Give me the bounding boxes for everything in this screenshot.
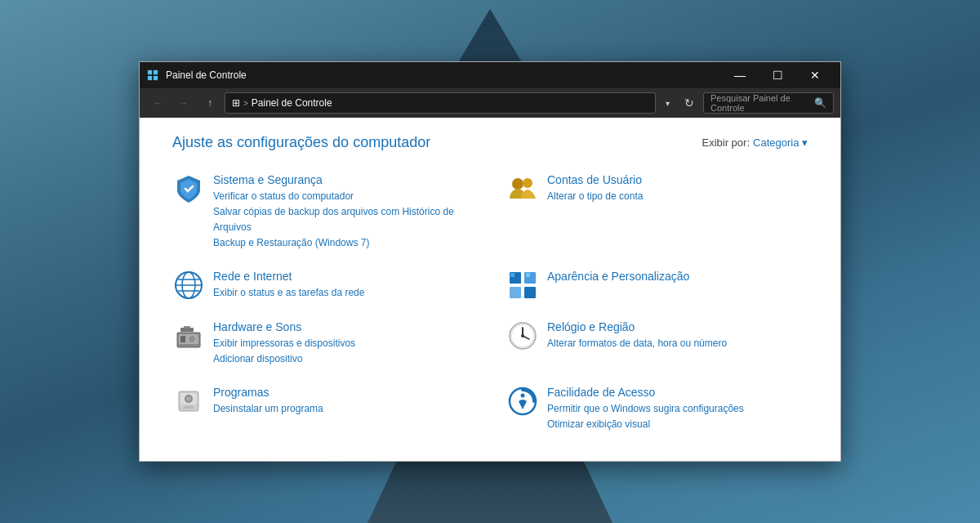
- access-icon: [506, 385, 539, 418]
- relogio-text: Relógio e Região Alterar formatos de dat…: [547, 320, 808, 351]
- category-hardware: Hardware e Sons Exibir impressoras e dis…: [172, 315, 474, 372]
- relogio-title[interactable]: Relógio e Região: [547, 320, 635, 333]
- svg-rect-14: [524, 287, 536, 298]
- hardware-title[interactable]: Hardware e Sons: [213, 320, 301, 333]
- maximize-button[interactable]: ☐: [759, 62, 796, 88]
- appearance-icon: [506, 269, 539, 302]
- svg-rect-15: [510, 273, 514, 277]
- main-window: Painel de Controle — ☐ ✕ ← → ↑ ⊞ > Paine…: [139, 61, 841, 462]
- acesso-text: Facilidade de Acesso Permitir que o Wind…: [547, 385, 808, 432]
- up-button[interactable]: ↑: [198, 92, 221, 114]
- svg-rect-0: [148, 70, 152, 74]
- hardware-link-2[interactable]: Adicionar dispositivo: [213, 351, 474, 367]
- search-icon: 🔍: [814, 97, 826, 109]
- contas-link-1[interactable]: Alterar o tipo de conta: [547, 189, 808, 204]
- svg-rect-2: [148, 76, 152, 80]
- page-title: Ajuste as configurações do computador: [172, 134, 430, 151]
- users-icon: [506, 172, 539, 205]
- page-title-row: Ajuste as configurações do computador Ex…: [172, 134, 808, 151]
- window-title: Painel de Controle: [166, 69, 721, 81]
- window-controls: — ☐ ✕: [721, 62, 834, 88]
- hardware-text: Hardware e Sons Exibir impressoras e dis…: [213, 320, 474, 367]
- sistema-link-3[interactable]: Backup e Restauração (Windows 7): [213, 235, 474, 251]
- sistema-title[interactable]: Sistema e Segurança: [213, 173, 323, 186]
- rede-link-1[interactable]: Exibir o status e as tarefas da rede: [213, 285, 474, 301]
- contas-text: Contas de Usuário Alterar o tipo de cont…: [547, 172, 808, 204]
- address-right: ▾ ↻: [659, 92, 700, 114]
- clock-icon: [506, 320, 539, 352]
- address-path[interactable]: ⊞ > Painel de Controle: [225, 92, 656, 114]
- path-home-icon: ⊞: [232, 97, 240, 109]
- refresh-button[interactable]: ↻: [679, 92, 700, 114]
- address-bar: ← → ↑ ⊞ > Painel de Controle ▾ ↻ Pesquis…: [140, 88, 840, 118]
- svg-point-5: [523, 178, 532, 188]
- relogio-link-1[interactable]: Alterar formatos de data, hora ou número: [547, 336, 808, 351]
- svg-rect-1: [154, 70, 158, 74]
- address-dropdown[interactable]: ▾: [659, 92, 675, 114]
- svg-rect-16: [526, 273, 530, 277]
- sistema-link-2[interactable]: Salvar cópias de backup dos arquivos com…: [213, 204, 474, 235]
- category-sistema: Sistema e Segurança Verificar o status d…: [172, 168, 474, 256]
- title-bar: Painel de Controle — ☐ ✕: [140, 62, 840, 88]
- svg-point-31: [186, 396, 191, 401]
- acesso-link-2[interactable]: Otimizar exibição visual: [547, 417, 808, 432]
- category-relogio: Relógio e Região Alterar formatos de dat…: [506, 315, 808, 372]
- aparencia-title[interactable]: Aparência e Personalização: [547, 270, 689, 283]
- acesso-title[interactable]: Facilidade de Acesso: [547, 386, 655, 399]
- category-aparencia: Aparência e Personalização: [506, 264, 808, 306]
- programs-icon: [172, 385, 205, 418]
- hardware-icon: [172, 320, 205, 352]
- svg-point-20: [189, 337, 194, 342]
- contas-title[interactable]: Contas de Usuário: [547, 173, 642, 186]
- sistema-text: Sistema e Segurança Verificar o status d…: [213, 172, 474, 251]
- minimize-button[interactable]: —: [721, 62, 759, 88]
- svg-point-27: [521, 334, 524, 337]
- search-placeholder: Pesquisar Painel de Controle: [710, 93, 814, 113]
- rede-title[interactable]: Rede e Internet: [213, 270, 292, 283]
- forward-button[interactable]: →: [172, 92, 195, 114]
- category-programas: Programas Desinstalar um programa: [172, 380, 474, 437]
- svg-rect-32: [184, 406, 194, 409]
- svg-rect-19: [180, 336, 185, 342]
- sistema-link-1[interactable]: Verificar o status do computador: [213, 189, 474, 204]
- view-by-control: Exibir por: Categoria ▾: [702, 136, 808, 149]
- window-icon: [146, 69, 159, 82]
- programas-title[interactable]: Programas: [213, 386, 269, 399]
- category-rede: Rede e Internet Exibir o status e as tar…: [172, 264, 474, 306]
- close-button[interactable]: ✕: [796, 62, 834, 88]
- svg-rect-13: [510, 287, 521, 298]
- network-icon: [172, 269, 205, 302]
- content-area: Ajuste as configurações do computador Ex…: [140, 118, 840, 461]
- view-by-dropdown[interactable]: Categoria ▾: [753, 136, 808, 149]
- acesso-link-1[interactable]: Permitir que o Windows sugira configuraç…: [547, 401, 808, 417]
- svg-point-34: [521, 394, 525, 398]
- programas-link-1[interactable]: Desinstalar um programa: [213, 401, 474, 417]
- programas-text: Programas Desinstalar um programa: [213, 385, 474, 417]
- svg-rect-22: [184, 326, 190, 329]
- rede-text: Rede e Internet Exibir o status e as tar…: [213, 269, 474, 301]
- category-contas: Contas de Usuário Alterar o tipo de cont…: [506, 168, 808, 256]
- category-acesso: Facilidade de Acesso Permitir que o Wind…: [506, 380, 808, 437]
- path-text: Painel de Controle: [252, 97, 332, 109]
- back-button[interactable]: ←: [146, 92, 169, 114]
- svg-point-4: [512, 178, 523, 190]
- view-by-label: Exibir por:: [702, 136, 750, 149]
- search-box[interactable]: Pesquisar Painel de Controle 🔍: [703, 92, 834, 114]
- shield-icon: [172, 172, 205, 205]
- categories-grid: Sistema e Segurança Verificar o status d…: [172, 168, 808, 437]
- hardware-link-1[interactable]: Exibir impressoras e dispositivos: [213, 336, 474, 351]
- svg-rect-3: [154, 76, 158, 80]
- path-separator: >: [243, 99, 248, 108]
- aparencia-text: Aparência e Personalização: [547, 269, 808, 285]
